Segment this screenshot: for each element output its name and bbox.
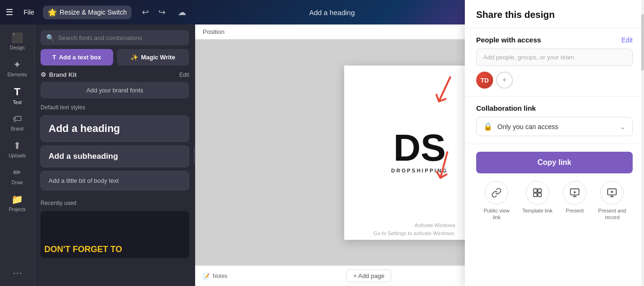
chevron-down-icon: ⌄ bbox=[620, 123, 626, 131]
subheading-style-button[interactable]: Add a subheading bbox=[41, 146, 189, 167]
search-section: 🔍 bbox=[35, 25, 195, 49]
share-people-label: People with access bbox=[476, 36, 541, 44]
svg-marker-7 bbox=[574, 191, 577, 194]
copy-link-button[interactable]: Copy link bbox=[476, 152, 633, 173]
share-avatars: TD + bbox=[476, 72, 633, 89]
heading-style-button[interactable]: Add a heading bbox=[41, 115, 189, 142]
share-edit-link[interactable]: Edit bbox=[621, 36, 633, 44]
recently-thumb-text: DON'T FORGET TO bbox=[44, 245, 122, 254]
share-people-section: People with access Edit TD + bbox=[465, 28, 644, 97]
brand-kit-icon: ⚙ bbox=[41, 71, 46, 78]
sidebar-item-label: Brand bbox=[11, 126, 24, 131]
recently-used-section: Recently used DON'T FORGET TO bbox=[35, 200, 195, 258]
share-avatar-td: TD bbox=[476, 72, 493, 89]
present-action[interactable]: Present bbox=[563, 181, 586, 221]
sidebar-item-text[interactable]: T Text bbox=[3, 82, 32, 109]
recently-used-thumbnail[interactable]: DON'T FORGET TO bbox=[41, 211, 189, 258]
share-collab-section: Collaboration link 🔒 Only you can access… bbox=[465, 97, 644, 144]
left-sidebar: ⬛ Design ✦ Elements T Text 🏷 Brand ⬆ Upl… bbox=[0, 25, 35, 286]
add-text-button[interactable]: T Add a text box bbox=[41, 49, 113, 65]
template-link-action[interactable]: Template link bbox=[522, 181, 553, 221]
menu-icon[interactable]: ☰ bbox=[6, 7, 13, 17]
brand-emoji: 🌟 bbox=[48, 8, 57, 17]
default-text-section: Default text styles Add a heading Add a … bbox=[35, 104, 195, 200]
scrollbar-thumb bbox=[641, 25, 644, 71]
sidebar-item-draw[interactable]: ✏ Draw bbox=[3, 163, 32, 189]
svg-rect-3 bbox=[538, 189, 541, 192]
share-collab-dropdown[interactable]: 🔒 Only you can access ⌄ bbox=[476, 117, 633, 136]
brand-kit-edit-link[interactable]: Edit bbox=[179, 72, 189, 78]
share-people-input[interactable] bbox=[476, 49, 633, 66]
add-brand-fonts-button[interactable]: Add your brand fonts bbox=[41, 82, 189, 98]
brand-kit-section: ⚙ Brand Kit Edit Add your brand fonts bbox=[35, 71, 195, 104]
share-panel-scrollbar[interactable] bbox=[641, 25, 644, 286]
magic-write-label: Magic Write bbox=[141, 54, 175, 61]
notes-section: 📝 Notes bbox=[203, 273, 227, 279]
brand-kit-header: ⚙ Brand Kit Edit bbox=[41, 71, 189, 78]
template-link-label: Template link bbox=[522, 207, 553, 214]
canvas-subtitle: DROPSHIPPING bbox=[391, 168, 448, 173]
brand-tool-button[interactable]: 🌟 Resize & Magic Switch bbox=[43, 6, 132, 19]
svg-rect-4 bbox=[534, 193, 537, 196]
svg-rect-2 bbox=[534, 189, 537, 192]
brand-kit-label: Brand Kit bbox=[49, 71, 77, 78]
share-avatar-plus[interactable]: + bbox=[496, 72, 513, 89]
sidebar-item-label: Design bbox=[10, 45, 25, 50]
sidebar-item-label: Text bbox=[13, 100, 21, 105]
sidebar-item-label: Draw bbox=[12, 180, 23, 185]
template-link-icon bbox=[526, 181, 549, 204]
sidebar-item-label: Elements bbox=[8, 72, 27, 77]
main-area: ⬛ Design ✦ Elements T Text 🏷 Brand ⬆ Upl… bbox=[0, 25, 644, 286]
nav-buttons: ↩ ↪ bbox=[138, 5, 169, 19]
projects-icon: 📁 bbox=[11, 194, 23, 205]
search-input[interactable] bbox=[58, 34, 183, 41]
share-panel-header: Share this design bbox=[465, 25, 644, 28]
undo-button[interactable]: ↩ bbox=[138, 5, 153, 19]
cloud-save-button[interactable]: ☁ bbox=[174, 5, 190, 19]
search-icon: 🔍 bbox=[46, 34, 54, 41]
magic-write-icon: ✨ bbox=[131, 54, 138, 61]
present-record-icon bbox=[600, 181, 624, 204]
uploads-icon: ⬆ bbox=[13, 140, 21, 151]
magic-write-button[interactable]: ✨ Magic Write bbox=[117, 49, 190, 65]
add-page-button[interactable]: + Add page bbox=[346, 270, 391, 282]
topbar-center: Add a heading bbox=[195, 8, 469, 16]
redo-button[interactable]: ↪ bbox=[155, 5, 169, 19]
brand-icon: 🏷 bbox=[13, 114, 22, 124]
sidebar-item-elements[interactable]: ✦ Elements bbox=[3, 55, 32, 81]
collab-status-text: Only you can access bbox=[497, 123, 615, 131]
sidebar-item-label: Uploads bbox=[8, 153, 26, 158]
public-view-link-action[interactable]: Public view link bbox=[481, 181, 512, 221]
body-style-button[interactable]: Add a little bit of body text bbox=[41, 171, 189, 190]
text-icon: T bbox=[14, 86, 20, 98]
canvas-logo: DS bbox=[393, 132, 446, 164]
recently-used-label: Recently used bbox=[41, 200, 189, 206]
share-panel: Share this design People with access Edi… bbox=[465, 25, 644, 286]
present-icon bbox=[563, 181, 586, 204]
share-actions-section: Public view link Template link bbox=[465, 173, 644, 229]
lock-icon: 🔒 bbox=[483, 122, 493, 131]
action-buttons: T Add a text box ✨ Magic Write bbox=[35, 49, 195, 71]
sidebar-item-more[interactable]: ⋯ bbox=[3, 263, 32, 282]
position-label: Position bbox=[203, 28, 224, 35]
svg-rect-5 bbox=[538, 193, 541, 196]
sidebar-item-projects[interactable]: 📁 Projects bbox=[3, 190, 32, 216]
present-label: Present bbox=[566, 207, 584, 214]
canvas-title[interactable]: Add a heading bbox=[309, 8, 355, 16]
svg-point-9 bbox=[611, 191, 613, 193]
brand-kit-title: ⚙ Brand Kit bbox=[41, 71, 77, 78]
sidebar-item-design[interactable]: ⬛ Design bbox=[3, 28, 32, 54]
sidebar-item-uploads[interactable]: ⬆ Uploads bbox=[3, 136, 32, 162]
sidebar-item-brand[interactable]: 🏷 Brand bbox=[3, 110, 32, 135]
share-collab-label: Collaboration link bbox=[476, 104, 633, 112]
notes-label[interactable]: Notes bbox=[213, 273, 227, 279]
file-button[interactable]: File bbox=[20, 7, 38, 18]
brand-tool-label: Resize & Magic Switch bbox=[60, 8, 127, 16]
default-styles-label: Default text styles bbox=[41, 104, 189, 111]
add-text-label: Add a text box bbox=[59, 54, 101, 61]
notes-icon: 📝 bbox=[203, 273, 210, 279]
present-record-action[interactable]: Present and record bbox=[597, 181, 627, 221]
sidebar-item-label: Projects bbox=[8, 207, 25, 212]
public-view-icon bbox=[485, 181, 508, 204]
font-search[interactable]: 🔍 bbox=[41, 30, 189, 45]
